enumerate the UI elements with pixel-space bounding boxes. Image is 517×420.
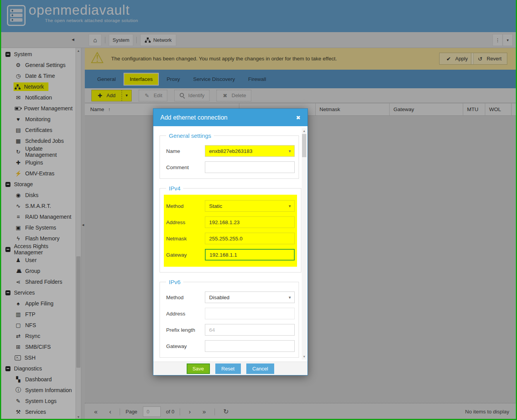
save-button[interactable]: Save: [187, 363, 210, 374]
fieldset-legend: IPv6: [166, 279, 183, 285]
fieldset-legend: General settings: [166, 132, 214, 139]
gateway-input[interactable]: [205, 249, 295, 261]
form-row-method: MethodDisabled▾: [166, 291, 295, 303]
field-label: Address: [166, 311, 205, 317]
scroll-up-icon[interactable]: ▲: [302, 129, 307, 133]
field-label: Netmask: [166, 236, 205, 242]
fieldset-legend: IPv4: [166, 185, 183, 192]
field-label: Address: [166, 219, 205, 225]
field-label: Method: [166, 203, 205, 209]
gateway-input[interactable]: [205, 340, 295, 352]
form-row-address: Address: [166, 216, 295, 228]
fieldset-ipv6: IPv6MethodDisabled▾AddressPrefix lengthG…: [160, 279, 299, 358]
name-select[interactable]: enxb827eb263183▾: [205, 145, 295, 157]
method-select[interactable]: Static▾: [205, 200, 295, 212]
field-label: Method: [166, 295, 205, 300]
fieldset-general-settings: General settingsNameenxb827eb263183▾Comm…: [160, 132, 299, 179]
scrollbar-thumb[interactable]: [302, 134, 306, 157]
comment-input[interactable]: [205, 161, 295, 173]
form-row-gateway: Gateway: [166, 249, 295, 261]
reset-button[interactable]: Reset: [215, 363, 241, 374]
selected-value: enxb827eb263183: [209, 148, 252, 154]
highlight-annotation: MethodStatic▾AddressNetmaskGateway: [164, 195, 297, 267]
field-label: Gateway: [166, 343, 205, 349]
field-label: Gateway: [166, 252, 205, 258]
caret-down-icon: ▾: [289, 295, 291, 300]
field-label: Prefix length: [166, 327, 205, 333]
form-row-method: MethodStatic▾: [166, 200, 295, 212]
close-icon[interactable]: ✖: [296, 115, 301, 121]
dialog-header[interactable]: Add ethernet connection ✖: [153, 109, 307, 126]
scroll-down-icon[interactable]: ▼: [302, 355, 307, 358]
caret-down-icon: ▾: [289, 149, 291, 154]
dialog-scrollbar[interactable]: ▲ ▼: [302, 128, 307, 360]
fieldset-ipv4: IPv4MethodStatic▾AddressNetmaskGateway: [160, 185, 301, 273]
field-label: Name: [166, 148, 205, 154]
cancel-button[interactable]: Cancel: [246, 363, 274, 374]
form-row-comment: Comment: [166, 161, 295, 173]
form-row-gateway: Gateway: [166, 340, 295, 352]
netmask-input[interactable]: [205, 233, 295, 244]
address-input[interactable]: [205, 216, 295, 228]
method-select[interactable]: Disabled▾: [205, 291, 295, 303]
selected-value: Static: [209, 203, 222, 209]
prefix-length-input[interactable]: [205, 324, 295, 336]
add-ethernet-dialog: Add ethernet connection ✖ General settin…: [153, 108, 308, 375]
dialog-body: General settingsNameenxb827eb263183▾Comm…: [153, 126, 302, 362]
field-label: Comment: [166, 165, 205, 170]
form-row-prefix-length: Prefix length: [166, 324, 295, 336]
dialog-footer: SaveResetCancel: [153, 362, 307, 375]
selected-value: Disabled: [209, 295, 230, 300]
form-row-address: Address: [166, 308, 295, 319]
form-row-name: Nameenxb827eb263183▾: [166, 145, 295, 157]
dialog-title: Add ethernet connection: [160, 114, 227, 121]
caret-down-icon: ▾: [289, 204, 291, 209]
form-row-netmask: Netmask: [166, 233, 295, 244]
address-input[interactable]: [205, 308, 295, 319]
